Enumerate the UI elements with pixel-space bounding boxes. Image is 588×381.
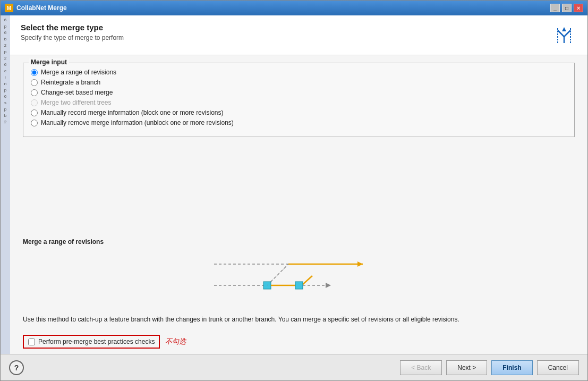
radio-option-1[interactable]: Merge a range of revisions	[31, 69, 567, 76]
maximize-button[interactable]: □	[562, 4, 572, 12]
back-button[interactable]: < Back	[400, 360, 442, 375]
merge-input-group: Merge input Merge a range of revisions R…	[23, 63, 575, 137]
radio-record-merge[interactable]	[31, 109, 38, 116]
title-bar: M CollabNet Merge _ □ ✕	[1, 1, 587, 15]
radio-label-5[interactable]: Manually record merge information (block…	[41, 109, 223, 116]
radio-option-2[interactable]: Reintegrate a branch	[31, 79, 567, 86]
best-practices-label[interactable]: Perform pre-merge best practices checks	[38, 338, 155, 345]
svg-rect-14	[295, 282, 303, 289]
content-area: 6 p 6 b 2 p 2 6 c i n p 6 s p b 2	[1, 15, 587, 354]
page-subtitle: Specify the type of merge to perform	[21, 34, 124, 41]
finish-button[interactable]: Finish	[491, 360, 532, 375]
radio-option-5[interactable]: Manually record merge information (block…	[31, 109, 567, 116]
merge-diagram-svg	[214, 253, 384, 301]
main-content: 6 p 6 b 2 p 2 6 c i n p 6 s p b 2	[1, 15, 587, 354]
title-bar-left: M CollabNet Merge	[5, 4, 67, 12]
best-practices-checkbox[interactable]	[28, 338, 35, 345]
svg-marker-3	[562, 27, 566, 31]
svg-marker-8	[357, 261, 363, 267]
header-text: Select the merge type Specify the type o…	[21, 23, 124, 41]
annotation-text: 不勾选	[165, 337, 186, 346]
footer: ? < Back Next > Finish Cancel	[1, 354, 587, 380]
minimize-button[interactable]: _	[550, 4, 560, 12]
radio-label-1[interactable]: Merge a range of revisions	[41, 69, 116, 76]
radio-remove-merge[interactable]	[31, 120, 38, 126]
preview-title: Merge a range of revisions	[23, 238, 575, 245]
cancel-button[interactable]: Cancel	[537, 360, 579, 375]
footer-right: < Back Next > Finish Cancel	[400, 360, 579, 375]
diagram-container	[23, 251, 575, 304]
page-title: Select the merge type	[21, 23, 124, 32]
radio-option-4: Merge two different trees	[31, 99, 567, 106]
close-button[interactable]: ✕	[574, 4, 583, 12]
footer-left: ?	[9, 360, 24, 375]
group-label: Merge input	[29, 58, 69, 66]
radio-two-trees	[31, 99, 38, 106]
dialog-body: Select the merge type Specify the type o…	[10, 15, 587, 354]
checkbox-container: Perform pre-merge best practices checks	[23, 335, 160, 349]
main-window: M CollabNet Merge _ □ ✕ 6 p 6 b 2 p 2 6 …	[0, 0, 588, 381]
left-stripe: 6 p 6 b 2 p 2 6 c i n p 6 s p b 2	[1, 15, 10, 354]
window-title: CollabNet Merge	[16, 4, 67, 12]
merge-icon	[551, 23, 577, 48]
merge-preview-section: Merge a range of revisions	[10, 238, 587, 315]
next-button[interactable]: Next >	[446, 360, 487, 375]
header-section: Select the merge type Specify the type o…	[10, 15, 587, 55]
svg-marker-16	[326, 283, 331, 288]
description-text: Use this method to catch-up a feature br…	[10, 315, 587, 329]
title-bar-controls: _ □ ✕	[550, 4, 583, 12]
app-icon: M	[5, 4, 13, 12]
radio-option-3[interactable]: Change-set based merge	[31, 89, 567, 96]
radio-reintegrate[interactable]	[31, 79, 38, 86]
radio-label-4: Merge two different trees	[41, 99, 112, 106]
radio-option-6[interactable]: Manually remove merge information (unblo…	[31, 119, 567, 126]
radio-label-6[interactable]: Manually remove merge information (unblo…	[41, 119, 234, 126]
radio-label-2[interactable]: Reintegrate a branch	[41, 79, 100, 86]
form-section: Merge input Merge a range of revisions R…	[10, 55, 587, 238]
bottom-section: Perform pre-merge best practices checks …	[10, 329, 587, 354]
svg-line-10	[302, 276, 312, 285]
radio-label-3[interactable]: Change-set based merge	[41, 89, 113, 96]
radio-changeset[interactable]	[31, 89, 38, 96]
radio-merge-range[interactable]	[31, 69, 38, 76]
help-button[interactable]: ?	[9, 360, 24, 375]
